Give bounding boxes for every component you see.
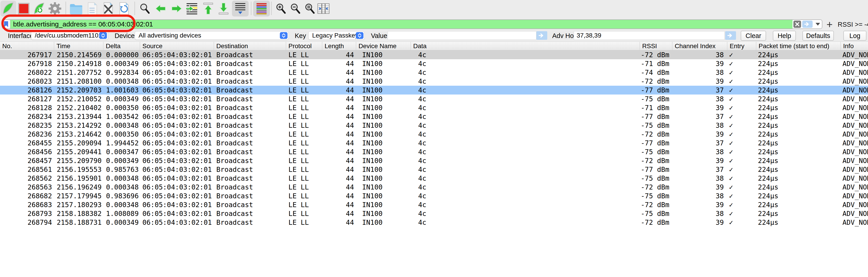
cell-channel_index: 38 [672, 148, 727, 156]
table-row[interactable]: 2681282152.2104020.00035006:05:04:03:02:… [0, 103, 868, 112]
restart-capture-icon[interactable] [32, 1, 46, 16]
table-row[interactable]: 2687932158.1883821.00808906:05:04:03:02:… [0, 209, 868, 218]
cell-device_name: IN100 [356, 191, 410, 201]
table-row[interactable]: 2681262152.2097031.00160306:05:04:03:02:… [0, 86, 868, 94]
column-header-data[interactable]: Data [410, 42, 640, 50]
table-row[interactable]: 2684552155.2090941.99445206:05:04:03:02:… [0, 138, 868, 148]
filter-input-area[interactable]: btle.advertising_address == 06:05:04:03:… [10, 20, 793, 29]
filter-dropdown-caret-icon[interactable] [815, 23, 820, 26]
table-row[interactable]: 2680232151.2081000.00034806:05:04:03:02:… [0, 77, 868, 86]
cell-channel_index: 37 [672, 138, 727, 148]
column-header-no[interactable]: No. [0, 42, 54, 50]
table-row[interactable]: 2685612156.1955530.98576306:05:04:03:02:… [0, 165, 868, 174]
table-row[interactable]: 2684572155.2097900.00034906:05:04:03:02:… [0, 156, 868, 165]
go-to-packet-icon[interactable] [184, 1, 199, 16]
adv-hop-input[interactable]: 37,38,39 [574, 31, 725, 40]
toolbar-separator [271, 2, 272, 15]
go-forward-arrow-icon[interactable] [169, 1, 184, 16]
value-input[interactable] [388, 31, 536, 40]
cell-data: 4c [410, 183, 640, 191]
apply-filter-button[interactable] [802, 21, 813, 28]
cell-time: 2152.210402 [54, 103, 103, 112]
table-row[interactable]: 2682362153.2146420.00035006:05:04:03:02:… [0, 130, 868, 138]
cell-packet_time: 224µs [756, 218, 840, 227]
close-file-icon[interactable] [101, 1, 116, 16]
clear-filter-button[interactable] [794, 21, 801, 28]
add-filter-button[interactable]: + [825, 20, 834, 29]
column-header-protocol[interactable]: Protocol [286, 42, 322, 50]
table-row[interactable]: 2687942158.1887310.00034906:05:04:03:02:… [0, 218, 868, 227]
table-row[interactable]: 2685632156.1962490.00034806:05:04:03:02:… [0, 183, 868, 191]
table-row[interactable]: 2682342153.2139441.00354206:05:04:03:02:… [0, 112, 868, 121]
cell-protocol: LE LL [286, 94, 322, 103]
cell-length: 44 [322, 183, 356, 191]
table-row[interactable]: 2679172150.2145690.00000006:05:04:03:02:… [0, 51, 868, 59]
cell-data: 4c [410, 191, 640, 201]
table-row[interactable]: 2686832157.1802930.00034806:05:04:03:02:… [0, 201, 868, 209]
zoom-in-icon[interactable] [274, 1, 288, 16]
column-header-device_name[interactable]: Device Name [356, 42, 410, 50]
cell-entry: ✓ [727, 201, 756, 209]
cell-source: 06:05:04:03:02:01 [140, 77, 214, 86]
column-header-packet_time[interactable]: Packet time (start to end) [756, 42, 840, 50]
cell-protocol: LE LL [286, 86, 322, 94]
reload-file-icon[interactable] [117, 1, 131, 16]
table-row[interactable]: 2680222151.2077520.99283406:05:04:03:02:… [0, 68, 868, 77]
go-to-bottom-icon[interactable] [216, 1, 231, 16]
go-back-arrow-icon[interactable] [153, 1, 168, 16]
apply-adv-hop-button[interactable] [725, 31, 736, 40]
cell-rssi: -77 dBm [640, 86, 672, 94]
help-button[interactable]: Help [773, 31, 796, 41]
cell-device_name: IN100 [356, 51, 410, 59]
table-row[interactable]: 2681272152.2100520.00034906:05:04:03:02:… [0, 94, 868, 103]
column-header-info[interactable]: Info [840, 42, 868, 50]
filter-shortcut-rssi[interactable]: RSSI >= -40 [838, 21, 868, 28]
column-header-rssi[interactable]: RSSI [640, 42, 672, 50]
filter-bookmark-button[interactable] [2, 20, 10, 29]
column-header-delta[interactable]: Delta [103, 42, 140, 50]
cell-source: 06:05:04:03:02:01 [140, 59, 214, 68]
cell-time: 2152.209703 [54, 86, 103, 94]
defaults-button[interactable]: Defaults [802, 31, 834, 41]
display-filter-field[interactable]: btle.advertising_address == 06:05:04:03:… [2, 20, 822, 29]
cell-protocol: LE LL [286, 191, 322, 201]
table-row[interactable]: 2686822157.1799450.98369606:05:04:03:02:… [0, 191, 868, 201]
column-header-time[interactable]: Time [54, 42, 103, 50]
find-packet-magnifier-icon[interactable] [137, 1, 152, 16]
cell-device_name: IN100 [356, 77, 410, 86]
capture-options-gear-icon[interactable] [48, 1, 62, 16]
cell-data: 4c [410, 59, 640, 68]
apply-value-button[interactable] [536, 31, 547, 40]
column-header-entry[interactable]: Entry [727, 42, 756, 50]
resize-columns-icon[interactable] [316, 1, 331, 16]
table-row[interactable]: 2682352153.2142920.00034806:05:04:03:02:… [0, 121, 868, 130]
interface-select[interactable]: /dev/cu.usbmodem1101-4.0 [31, 31, 108, 40]
open-file-folder-icon[interactable] [68, 1, 83, 16]
cell-data: 4c [410, 103, 640, 112]
column-header-destination[interactable]: Destination [214, 42, 286, 50]
stop-capture-icon[interactable] [16, 1, 31, 16]
device-select[interactable]: All advertising devices [135, 31, 289, 40]
cell-time: 2156.195901 [54, 174, 103, 183]
cell-no: 268127 [0, 94, 54, 103]
colorize-toggle[interactable] [253, 1, 270, 17]
wireshark-start-capture-icon[interactable] [1, 1, 16, 16]
cell-channel_index: 39 [672, 183, 727, 191]
zoom-reset-icon[interactable] [303, 1, 317, 16]
key-select[interactable]: Legacy Passkey [308, 31, 365, 40]
auto-scroll-toggle[interactable] [232, 1, 249, 17]
zoom-out-icon[interactable] [288, 1, 303, 16]
log-button[interactable]: Log [843, 31, 866, 41]
cell-destination: Broadcast [214, 130, 286, 138]
cell-time: 2153.214292 [54, 121, 103, 130]
go-to-top-icon[interactable] [201, 1, 216, 16]
save-file-icon[interactable] [85, 1, 100, 16]
column-header-source[interactable]: Source [140, 42, 214, 50]
column-header-channel_index[interactable]: Channel Index [672, 42, 727, 50]
table-row[interactable]: 2679182150.2149180.00034906:05:04:03:02:… [0, 59, 868, 68]
clear-button[interactable]: Clear [741, 31, 766, 41]
table-row[interactable]: 2685622156.1959010.00034806:05:04:03:02:… [0, 174, 868, 183]
table-row[interactable]: 2684562155.2094410.00034706:05:04:03:02:… [0, 148, 868, 156]
column-header-length[interactable]: Length [322, 42, 356, 50]
cell-destination: Broadcast [214, 201, 286, 209]
